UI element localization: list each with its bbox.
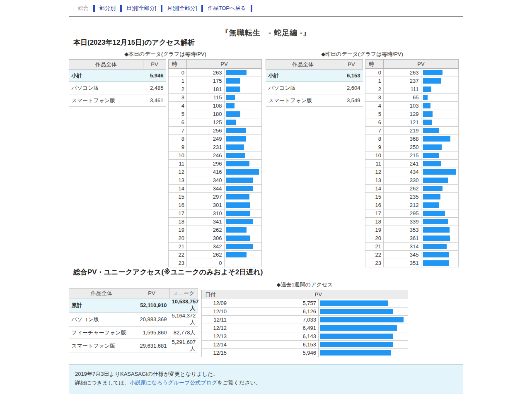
hour-value: 15: [365, 193, 384, 201]
table-row: 4103: [365, 102, 459, 110]
table-row: 12434: [365, 168, 459, 176]
pv-bar-cell: [421, 193, 459, 201]
date-value: 12/10: [202, 308, 229, 316]
date-value: 12/14: [202, 341, 229, 349]
table-row: 4108: [169, 102, 262, 110]
pv-value: 262: [187, 226, 225, 234]
today-block: ◆本日のデータ(グラフは毎時/PV) 作品全体 PV 小計5,946パソコン版2…: [69, 50, 262, 267]
col-header-hour: 時: [365, 60, 384, 69]
pv-bar-cell: [224, 209, 262, 218]
nav-separator: [251, 5, 252, 12]
pv-bar-cell: [421, 176, 459, 185]
hour-value: 1: [365, 77, 384, 85]
pv-bar: [423, 244, 447, 249]
pv-bar: [423, 128, 440, 133]
pv-bar: [226, 194, 249, 199]
totals-row: 作品全体 PV ユニーク 累計52,110,91010,538,757人パソコン…: [69, 281, 463, 357]
pv-value: 5,757: [229, 299, 319, 308]
pv-bar-cell: [421, 259, 459, 267]
table-row: 12/146,153: [202, 341, 408, 349]
page-container: 総合 部分別 日別[全部分] 月別[全部分] 作品TOPへ戻る 『無職転生 - …: [69, 0, 463, 394]
pv-value: 121: [384, 118, 421, 127]
hour-value: 4: [169, 102, 187, 110]
pv-value: 330: [384, 176, 421, 185]
nav-item-tsukibetsu[interactable]: 月別[全部分]: [167, 5, 197, 12]
pv-bar-cell: [421, 160, 459, 168]
pv-value: 6,153: [340, 70, 363, 82]
pv-bar-cell: [319, 332, 408, 341]
hour-value: 23: [169, 259, 187, 267]
date-value: 12/09: [202, 299, 229, 308]
hour-value: 19: [169, 226, 187, 234]
pv-bar-cell: [224, 185, 262, 193]
hour-value: 23: [365, 259, 384, 267]
col-header-sakuhin: 作品全体: [69, 60, 143, 70]
table-row: 8249: [169, 135, 262, 143]
pv-bar: [226, 111, 240, 117]
yesterday-tables: 作品全体 PV 小計6,153パソコン版2,604スマートフォン版3,549 時…: [266, 59, 459, 267]
table-row: スマートフォン版3,549: [266, 94, 363, 107]
table-row: 14344: [169, 185, 262, 193]
pv-bar-cell: [421, 85, 459, 94]
pv-bar-cell: [421, 226, 459, 234]
pv-bar-cell: [421, 94, 459, 102]
table-row: 12/136,143: [202, 332, 408, 341]
table-row: 5180: [169, 110, 262, 118]
pv-bar-cell: [224, 176, 262, 185]
page-title: 『無職転生 - 蛇足編 -』: [69, 28, 463, 38]
today-heading: 本日(2023年12月15日)のアクセス解析: [73, 38, 463, 47]
hour-value: 7: [365, 127, 384, 135]
pv-bar-cell: [421, 143, 459, 151]
hour-value: 21: [169, 243, 187, 251]
hour-value: 18: [365, 218, 384, 226]
table-row: 19262: [169, 226, 262, 234]
hour-value: 21: [365, 243, 384, 251]
week-caption: ◆過去1週間のアクセス: [201, 281, 408, 288]
nav-item-back-to-top[interactable]: 作品TOPへ戻る: [208, 5, 246, 12]
hour-value: 16: [365, 201, 384, 209]
notice-line2-before: 詳細につきましては、: [75, 380, 130, 386]
pv-value: 108: [187, 102, 225, 110]
pv-bar: [423, 169, 456, 175]
pv-value: 5,946: [229, 349, 319, 357]
pv-bar-cell: [421, 168, 459, 176]
pv-bar: [226, 235, 250, 241]
table-row: 21314: [365, 243, 459, 251]
pv-value: 301: [187, 201, 225, 209]
pv-bar-cell: [224, 226, 262, 234]
row-label: 累計: [69, 298, 134, 312]
pv-bar: [226, 136, 246, 142]
pv-value: 6,491: [229, 324, 319, 332]
pv-value: 212: [384, 201, 421, 209]
pv-bar: [226, 186, 253, 191]
col-header-pv: PV: [384, 60, 459, 69]
unique-value: 5,164,372人: [169, 312, 198, 327]
table-row: 11296: [169, 160, 262, 168]
table-row: スマートフォン版29,631,6815,291,607人: [69, 339, 198, 353]
pv-value: 263: [384, 69, 421, 77]
pv-bar-cell: [319, 324, 408, 332]
pv-value: 361: [384, 234, 421, 243]
col-header-hour: 時: [169, 60, 187, 69]
hour-value: 9: [169, 143, 187, 151]
pv-bar: [423, 153, 439, 158]
table-row: 22262: [169, 251, 262, 259]
pv-bar-cell: [224, 168, 262, 176]
hour-value: 9: [365, 143, 384, 151]
row-label: パソコン版: [69, 312, 134, 327]
table-row: 15235: [365, 193, 459, 201]
table-row: 3115: [169, 94, 262, 102]
nav-item-hibetsu[interactable]: 日別[全部分]: [126, 5, 156, 12]
hour-value: 8: [169, 135, 187, 143]
hour-value: 0: [169, 69, 187, 77]
official-blog-link[interactable]: 小説家になろうグループ公式ブログ: [130, 380, 217, 386]
unique-value: 10,538,757人: [169, 298, 198, 312]
yesterday-caption: ◆昨日のデータ(グラフは毎時/PV): [266, 50, 459, 58]
table-row: パソコン版20,883,3695,164,372人: [69, 312, 198, 327]
table-row: 小計6,153: [266, 70, 363, 82]
nav-item-bubunbetsu[interactable]: 部分別: [99, 5, 116, 12]
pv-bar-cell: [421, 118, 459, 127]
table-row: 9250: [365, 143, 459, 151]
hour-value: 15: [169, 193, 187, 201]
pv-bar: [320, 300, 388, 306]
